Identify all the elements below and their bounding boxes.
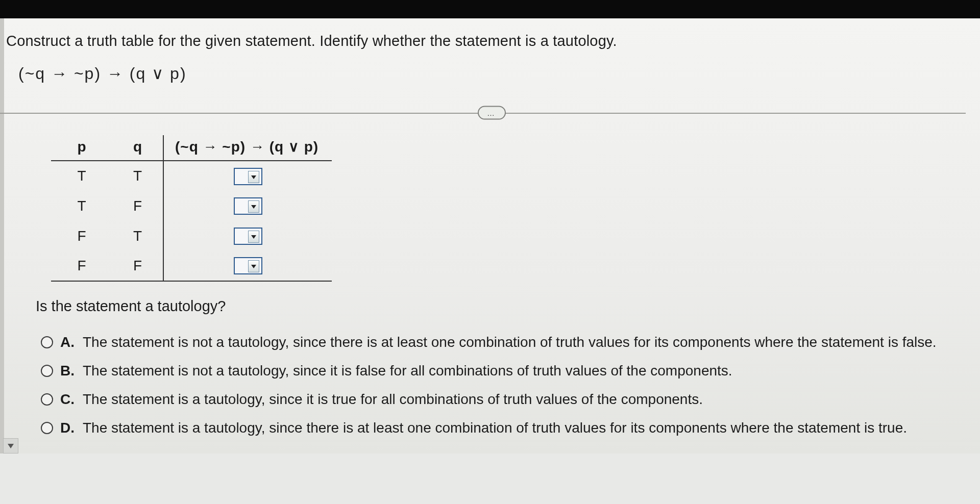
col-header-q: q <box>112 135 163 161</box>
cell-q: T <box>112 161 163 191</box>
section-divider: … <box>0 106 966 120</box>
divider-ellipsis-button[interactable]: … <box>478 106 506 120</box>
left-gutter <box>0 18 4 453</box>
chevron-down-icon <box>248 231 259 243</box>
cell-answer <box>163 161 332 191</box>
cell-p: T <box>51 161 112 191</box>
svg-marker-0 <box>251 175 256 179</box>
option-label: D. <box>60 420 76 436</box>
table-row: F T <box>51 221 332 251</box>
truth-table: p q (~q → ~p) → (q ∨ p) T T <box>51 135 332 282</box>
svg-marker-2 <box>251 235 256 239</box>
answer-options: A. The statement is not a tautology, sin… <box>0 334 966 436</box>
chevron-down-icon <box>248 200 259 213</box>
logical-formula: (~q → ~p) → (q ∨ p) <box>0 64 966 83</box>
truth-value-dropdown[interactable] <box>234 197 262 215</box>
svg-marker-3 <box>251 265 256 268</box>
option-label: C. <box>60 391 76 408</box>
cell-q: F <box>112 251 163 282</box>
radio-a[interactable] <box>41 336 53 348</box>
table-row: F F <box>51 251 332 282</box>
table-row: T T <box>51 161 332 191</box>
col-header-expression: (~q → ~p) → (q ∨ p) <box>163 135 332 161</box>
question-page: Construct a truth table for the given st… <box>0 18 980 453</box>
option-text: The statement is a tautology, since ther… <box>83 420 907 436</box>
cell-answer <box>163 251 332 282</box>
cell-p: F <box>51 221 112 251</box>
option-text: The statement is a tautology, since it i… <box>83 391 703 408</box>
window-titlebar <box>0 0 980 18</box>
col-header-p: p <box>51 135 112 161</box>
table-header-row: p q (~q → ~p) → (q ∨ p) <box>51 135 332 161</box>
option-b: B. The statement is not a tautology, sin… <box>41 363 966 379</box>
scroll-down-icon[interactable] <box>3 438 18 453</box>
cell-answer <box>163 221 332 251</box>
radio-c[interactable] <box>41 393 53 406</box>
cell-q: T <box>112 221 163 251</box>
truth-value-dropdown[interactable] <box>234 228 262 245</box>
option-label: B. <box>60 363 76 379</box>
cell-p: T <box>51 191 112 221</box>
cell-q: F <box>112 191 163 221</box>
svg-marker-4 <box>8 444 14 448</box>
chevron-down-icon <box>248 171 259 183</box>
truth-value-dropdown[interactable] <box>234 257 262 274</box>
instruction-text: Construct a truth table for the given st… <box>0 33 966 49</box>
option-d: D. The statement is a tautology, since t… <box>41 420 966 436</box>
option-text: The statement is not a tautology, since … <box>83 363 732 379</box>
truth-value-dropdown[interactable] <box>234 168 262 185</box>
chevron-down-icon <box>248 260 259 272</box>
svg-marker-1 <box>251 205 256 209</box>
table-row: T F <box>51 191 332 221</box>
option-text: The statement is not a tautology, since … <box>83 334 937 350</box>
radio-d[interactable] <box>41 422 53 434</box>
cell-answer <box>163 191 332 221</box>
option-a: A. The statement is not a tautology, sin… <box>41 334 966 350</box>
cell-p: F <box>51 251 112 282</box>
option-label: A. <box>60 334 76 350</box>
followup-question: Is the statement a tautology? <box>0 298 966 315</box>
option-c: C. The statement is a tautology, since i… <box>41 391 966 408</box>
truth-table-wrap: p q (~q → ~p) → (q ∨ p) T T <box>0 135 966 282</box>
radio-b[interactable] <box>41 365 53 377</box>
